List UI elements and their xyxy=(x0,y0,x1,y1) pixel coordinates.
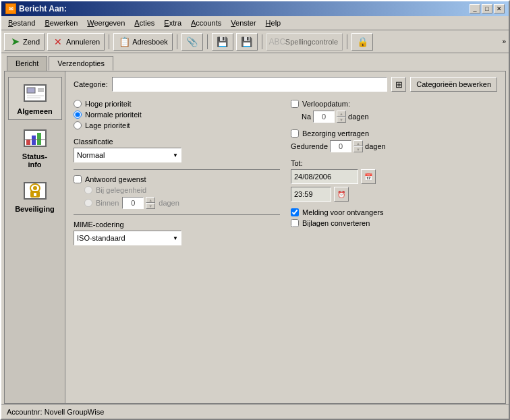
beveiliging-label: Beveiliging xyxy=(15,205,55,213)
menu-venster[interactable]: Venster xyxy=(227,18,260,28)
classificatie-dropdown[interactable]: Normaal ▼ xyxy=(74,148,181,162)
right-column: Verloopdatum: Na ▲ ▼ dagen xyxy=(291,100,497,245)
lock-button[interactable]: 🔒 xyxy=(351,33,373,51)
statusinfo-icon xyxy=(22,127,49,151)
menu-bestand[interactable]: Bestand xyxy=(4,18,39,28)
left-column: Hoge prioriteit Normale prioriteit Lage … xyxy=(74,100,280,245)
attach-icon: 📎 xyxy=(186,36,198,48)
tab-verzendopties[interactable]: Verzendopties xyxy=(49,56,113,71)
svg-rect-9 xyxy=(37,133,41,145)
sidebar-item-beveiliging[interactable]: Beveiliging xyxy=(8,175,62,217)
bezorging-checkbox[interactable] xyxy=(291,129,299,138)
divider-1 xyxy=(74,169,280,170)
gedurende-unit: dagen xyxy=(365,142,386,150)
menu-bewerken[interactable]: Bewerken xyxy=(40,18,82,28)
algemeen-label: Algemeen xyxy=(17,107,53,115)
tijd-input[interactable] xyxy=(291,187,331,202)
bijlagen-checkbox-item: Bijlagen converteren xyxy=(291,219,497,227)
bij-gelegenheid-label: Bij gelegenheid xyxy=(96,186,146,194)
sidebar-item-algemeen[interactable]: Algemeen xyxy=(8,77,62,120)
minimize-button[interactable]: _ xyxy=(470,4,480,13)
binnen-input[interactable] xyxy=(122,197,144,209)
menubar: Bestand Bewerken Weergeven Acties Extra … xyxy=(1,16,509,30)
datum-row: 24/08/2006 📅 xyxy=(291,169,497,184)
classificatie-value: Normaal xyxy=(77,151,105,159)
adresboek-button[interactable]: 📋 Adresboek xyxy=(113,33,173,51)
mime-dropdown[interactable]: ISO-standaard ▼ xyxy=(74,231,181,245)
menu-help[interactable]: Help xyxy=(262,18,285,28)
beveiliging-icon xyxy=(22,179,49,204)
na-label: Na xyxy=(302,113,311,121)
binnen-radio[interactable] xyxy=(84,199,92,207)
svg-rect-1 xyxy=(27,88,35,93)
separator-1 xyxy=(109,34,109,49)
bijlagen-checkbox[interactable] xyxy=(291,219,299,227)
toolbar-expand-icon[interactable]: » xyxy=(502,38,506,45)
priority-laag-item: Lage prioriteit xyxy=(74,121,280,129)
right-panel: Categorie: ⊞ Categorieën bewerken xyxy=(65,71,505,403)
sidebar: Algemeen Status-info xyxy=(5,71,65,403)
send-button[interactable]: ➤ Zend xyxy=(4,33,45,51)
priority-laag-radio[interactable] xyxy=(74,121,82,129)
time-button[interactable]: ⏰ xyxy=(334,187,349,202)
verloopdatum-label: Verloopdatum: xyxy=(302,100,350,108)
bijlagen-label: Bijlagen converteren xyxy=(302,219,370,227)
binnen-item: Binnen ▲ ▼ dagen xyxy=(84,197,280,209)
na-down-button[interactable]: ▼ xyxy=(337,117,346,123)
menu-extra[interactable]: Extra xyxy=(160,18,186,28)
categorie-edit-button[interactable]: Categorieën bewerken xyxy=(410,77,497,92)
save2-button[interactable]: 💾 xyxy=(236,33,258,51)
gedurende-input[interactable] xyxy=(330,140,351,152)
cancel-button[interactable]: ✕ Annuleren xyxy=(47,33,105,51)
mime-row: ISO-standaard ▼ xyxy=(74,231,280,245)
categorie-icon-button[interactable]: ⊞ xyxy=(391,77,406,92)
categorie-input[interactable] xyxy=(112,77,388,92)
gedurende-up-button[interactable]: ▲ xyxy=(353,140,363,146)
tot-section: Tot: 24/08/2006 📅 ⏰ xyxy=(291,159,497,202)
statusinfo-label: Status-info xyxy=(22,152,47,169)
categorie-label: Categorie: xyxy=(74,80,108,88)
priority-normaal-radio[interactable] xyxy=(74,111,82,119)
datum-input[interactable]: 24/08/2006 xyxy=(291,169,358,184)
priority-hoog-radio[interactable] xyxy=(74,100,82,108)
antwoord-suboptions: Bij gelegenheid Binnen ▲ xyxy=(74,186,280,209)
classificatie-section: Classificatie Normaal ▼ xyxy=(74,138,280,162)
mime-section: MIME-codering ISO-standaard ▼ xyxy=(74,220,280,245)
gedurende-down-button[interactable]: ▼ xyxy=(353,146,363,152)
melding-label: Melding voor ontvangers xyxy=(302,208,383,216)
maximize-button[interactable]: □ xyxy=(482,4,492,13)
sidebar-item-statusinfo[interactable]: Status-info xyxy=(8,123,62,173)
spelling-button[interactable]: ABC Spellingcontrole xyxy=(266,33,343,51)
na-input[interactable] xyxy=(313,111,335,123)
gedurende-spinner: Gedurende ▲ ▼ dagen xyxy=(291,140,497,152)
save-button[interactable]: 💾 xyxy=(212,33,233,51)
binnen-up-button[interactable]: ▲ xyxy=(146,197,155,203)
cancel-label: Annuleren xyxy=(66,38,100,46)
title-controls: _ □ ✕ xyxy=(470,4,505,13)
melding-checkbox[interactable] xyxy=(291,208,299,216)
priority-normaal-label: Normale prioriteit xyxy=(85,111,142,119)
bezorging-label: Bezorging vertragen xyxy=(302,129,369,138)
binnen-spin-buttons: ▲ ▼ xyxy=(146,197,155,209)
calendar-button[interactable]: 📅 xyxy=(361,169,376,184)
bij-gelegenheid-item: Bij gelegenheid xyxy=(84,186,280,194)
main-window: ✉ Bericht Aan: _ □ ✕ Bestand Bewerken We… xyxy=(0,0,510,420)
menu-weergeven[interactable]: Weergeven xyxy=(83,18,129,28)
close-button[interactable]: ✕ xyxy=(494,4,505,13)
svg-rect-15 xyxy=(34,193,36,196)
svg-point-13 xyxy=(33,186,37,190)
menu-acties[interactable]: Acties xyxy=(130,18,159,28)
verloopdatum-checkbox[interactable] xyxy=(291,100,299,108)
separator-4 xyxy=(262,34,262,49)
bij-gelegenheid-radio[interactable] xyxy=(84,186,92,194)
antwoord-label: Antwoord gewenst xyxy=(85,175,146,183)
tab-bericht[interactable]: Bericht xyxy=(7,56,47,71)
menu-accounts[interactable]: Accounts xyxy=(187,18,225,28)
verloopdatum-checkbox-item: Verloopdatum: xyxy=(291,100,497,108)
antwoord-checkbox[interactable] xyxy=(74,175,82,183)
binnen-down-button[interactable]: ▼ xyxy=(146,203,155,209)
tab-verzendopties-label: Verzendopties xyxy=(57,59,105,67)
na-up-button[interactable]: ▲ xyxy=(337,111,346,117)
attach-button[interactable]: 📎 xyxy=(181,33,203,51)
binnen-unit: dagen xyxy=(159,199,179,207)
